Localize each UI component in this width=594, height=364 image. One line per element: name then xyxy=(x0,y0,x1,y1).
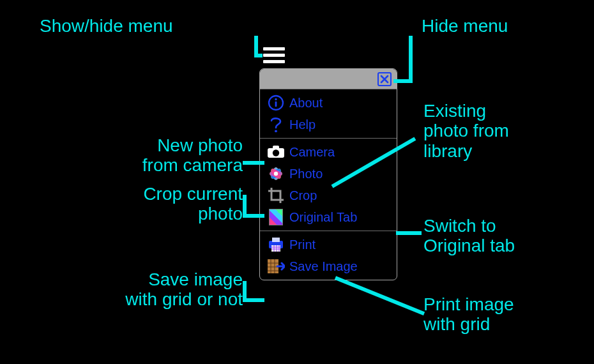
menu-item-label: Photo xyxy=(286,167,323,181)
original-tab-icon xyxy=(266,208,286,227)
menu-item-label: Save Image xyxy=(286,259,358,274)
annotation-text: Hide menu xyxy=(422,16,508,36)
menu-item-help[interactable]: Help xyxy=(260,114,397,135)
menu-section-info: About Help xyxy=(260,89,397,138)
menu-item-save-image[interactable]: Save Image xyxy=(260,255,397,277)
menu-item-label: Crop xyxy=(286,188,317,203)
leader-line xyxy=(393,79,413,83)
close-icon xyxy=(380,75,389,84)
svg-point-1 xyxy=(275,98,277,100)
menu-item-crop[interactable]: Crop xyxy=(260,185,397,206)
menu-item-about[interactable]: About xyxy=(260,92,397,114)
photos-icon xyxy=(266,164,286,183)
annotation-text: library xyxy=(423,141,472,161)
annotation-text: Switch to xyxy=(423,216,496,236)
svg-point-6 xyxy=(273,149,279,156)
annotation-new-photo: New photo from camera xyxy=(142,135,243,176)
menu-item-label: About xyxy=(286,96,323,110)
annotation-text: New photo xyxy=(157,135,243,155)
annotation-crop: Crop current photo xyxy=(143,184,243,224)
annotation-text: Save image xyxy=(148,269,243,289)
leader-line xyxy=(254,54,263,57)
annotation-text: Original tab xyxy=(423,236,515,255)
annotation-text: with grid or not xyxy=(125,289,243,309)
menu-item-photo[interactable]: Photo xyxy=(260,163,397,185)
hamburger-icon[interactable] xyxy=(263,45,285,64)
annotation-text: Existing xyxy=(423,101,486,121)
annotation-save: Save image with grid or not xyxy=(125,269,243,310)
svg-rect-17 xyxy=(272,238,280,242)
annotation-text: Print image xyxy=(423,294,514,314)
leader-line xyxy=(409,36,413,83)
annotation-text: photo from xyxy=(423,121,509,140)
leader-line xyxy=(396,231,422,235)
annotation-switch: Switch to Original tab xyxy=(423,216,515,256)
leader-line xyxy=(243,195,247,218)
camera-icon xyxy=(266,142,286,162)
svg-rect-2 xyxy=(275,102,277,107)
annotation-text: from camera xyxy=(142,155,243,175)
annotation-text: Crop current xyxy=(143,184,243,204)
menu-panel: About Help xyxy=(259,68,397,280)
menu-section-output: Print Save xyxy=(260,231,397,280)
menu-item-original-tab[interactable]: Original Tab xyxy=(260,206,397,228)
info-icon xyxy=(266,93,286,112)
svg-point-3 xyxy=(275,130,277,132)
crop-icon xyxy=(266,186,286,205)
close-menu-button[interactable] xyxy=(377,72,392,86)
menu-item-label: Print xyxy=(286,238,316,252)
svg-rect-5 xyxy=(273,146,279,149)
leader-line xyxy=(243,161,264,165)
help-icon xyxy=(266,115,286,134)
annotation-hide-menu: Hide menu xyxy=(422,16,508,36)
menu-item-label: Camera xyxy=(286,145,335,160)
save-image-icon xyxy=(266,257,286,276)
annotation-text: with grid xyxy=(423,314,490,334)
annotation-existing: Existing photo from library xyxy=(423,101,509,161)
print-icon xyxy=(266,235,286,254)
menu-header xyxy=(260,69,397,89)
menu-item-print[interactable]: Print xyxy=(260,234,397,255)
svg-point-15 xyxy=(274,172,278,176)
menu-item-label: Help xyxy=(286,118,316,132)
leader-line xyxy=(243,281,247,302)
leader-line xyxy=(335,276,425,315)
menu-item-label: Original Tab xyxy=(286,210,357,225)
annotation-print: Print image with grid xyxy=(423,294,514,335)
annotation-text: Show/hide menu xyxy=(40,16,173,36)
annotation-show-hide: Show/hide menu xyxy=(40,16,257,36)
annotation-text: photo xyxy=(198,204,243,224)
menu-section-photo: Camera xyxy=(260,138,397,231)
